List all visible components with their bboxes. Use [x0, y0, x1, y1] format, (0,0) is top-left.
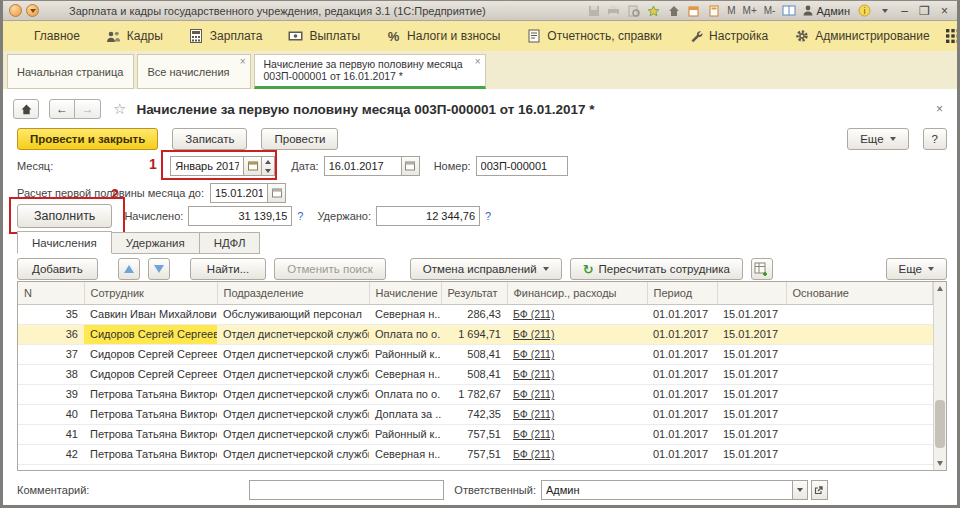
back-button[interactable]: ← — [49, 99, 75, 119]
month-input[interactable] — [170, 156, 244, 176]
vertical-scrollbar[interactable] — [933, 282, 946, 470]
table-row[interactable]: 42Петрова Татьяна ВикторовнаОтдел диспет… — [18, 444, 933, 464]
column-header[interactable]: Период — [647, 282, 717, 304]
column-header[interactable] — [717, 282, 786, 304]
tab-home-page[interactable]: Начальная страница — [7, 54, 134, 89]
tab-close-icon[interactable]: × — [475, 57, 481, 67]
tab-accrual-document[interactable]: Начисление за первую половину месяца 003… — [254, 54, 486, 89]
financing-link[interactable]: БФ (211) — [513, 308, 554, 320]
menu-item-zarplata[interactable]: Зарплата — [176, 21, 276, 51]
all-functions-grid-icon[interactable] — [943, 26, 960, 46]
add-row-button[interactable]: Добавить — [17, 258, 98, 280]
info-dropdown-icon[interactable] — [876, 3, 893, 18]
column-header[interactable]: Подразделение — [217, 282, 369, 304]
table-row[interactable]: 36Сидоров Сергей СергеевичОтдел диспетче… — [18, 324, 933, 344]
responsible-dropdown-icon[interactable] — [793, 480, 808, 500]
table-row[interactable]: 39Петрова Татьяна ВикторовнаОтдел диспет… — [18, 384, 933, 404]
tab-ndfl[interactable]: НДФЛ — [200, 232, 261, 254]
tab-close-icon[interactable]: × — [240, 57, 246, 67]
calendar-icon[interactable] — [685, 3, 702, 18]
financing-link[interactable]: БФ (211) — [513, 348, 554, 360]
menu-item-kadry[interactable]: Кадры — [93, 21, 176, 51]
close-window-button[interactable]: × — [936, 3, 953, 18]
menu-item-administrirovanie[interactable]: Администрирование — [781, 21, 942, 51]
close-form-icon[interactable]: × — [936, 102, 949, 116]
financing-link[interactable]: БФ (211) — [513, 328, 554, 340]
print-preview-icon[interactable] — [625, 3, 642, 18]
find-button[interactable]: Найти... — [190, 258, 266, 280]
table-row[interactable]: 41Петрова Татьяна ВикторовнаОтдел диспет… — [18, 424, 933, 444]
recalc-employee-button[interactable]: ↻Пересчитать сотрудника — [570, 258, 743, 280]
maximize-button[interactable]: ❐ — [916, 3, 933, 18]
scrollbar-thumb[interactable] — [935, 400, 945, 448]
column-header[interactable]: N — [18, 282, 84, 304]
calculator-tool-icon[interactable] — [705, 3, 722, 18]
forward-button[interactable]: → — [75, 99, 101, 119]
minimize-button[interactable]: – — [896, 3, 913, 18]
menu-item-nalogi[interactable]: % Налоги и взносы — [373, 21, 513, 51]
table-row[interactable]: 40Петрова Татьяна ВикторовнаОтдел диспет… — [18, 404, 933, 424]
move-up-button[interactable] — [118, 258, 140, 280]
table-row[interactable]: 37Сидоров Сергей СергеевичОтдел диспетче… — [18, 344, 933, 364]
help-button[interactable]: ? — [923, 128, 947, 150]
column-header[interactable]: Начисление — [369, 282, 441, 304]
fill-button[interactable]: Заполнить — [17, 204, 112, 228]
scroll-up-icon[interactable] — [934, 282, 946, 295]
withheld-input[interactable] — [376, 206, 480, 226]
financing-link[interactable]: БФ (211) — [513, 388, 554, 400]
month-spinner[interactable] — [262, 156, 275, 176]
column-header[interactable]: Финансир., расходы — [507, 282, 647, 304]
financing-link[interactable]: БФ (211) — [513, 428, 554, 440]
column-header[interactable]: Основание — [786, 282, 933, 304]
app-menu-dropdown-icon[interactable] — [26, 4, 39, 17]
menu-item-vyplaty[interactable]: Выплаты — [275, 21, 373, 51]
menu-item-nastroyka[interactable]: Настройка — [675, 21, 781, 51]
split-window-icon[interactable] — [780, 3, 797, 18]
responsible-open-link-icon[interactable] — [811, 480, 828, 500]
scroll-down-icon[interactable] — [934, 457, 946, 470]
memory-m-button[interactable]: M — [725, 5, 737, 16]
save-button[interactable]: Записать — [172, 128, 247, 150]
financing-link[interactable]: БФ (211) — [513, 448, 554, 460]
add-favorite-icon[interactable] — [645, 3, 662, 18]
financing-link[interactable]: БФ (211) — [513, 368, 554, 380]
menu-item-otchetnost[interactable]: Отчетность, справки — [513, 21, 675, 51]
post-and-close-button[interactable]: Провести и закрыть — [17, 128, 158, 150]
menu-item-glavnoe[interactable]: Главное — [21, 21, 93, 51]
column-header[interactable]: Результат — [441, 282, 507, 304]
post-button[interactable]: Провести — [261, 128, 338, 150]
tab-accruals[interactable]: Начисления — [17, 231, 112, 254]
accrued-input[interactable] — [188, 206, 292, 226]
undo-fixes-button[interactable]: Отмена исправлений — [410, 258, 562, 280]
favorite-star-icon[interactable]: ☆ — [113, 100, 126, 118]
tab-all-accruals[interactable]: Все начисления × — [137, 54, 250, 89]
home-nav-button[interactable] — [13, 99, 39, 119]
comment-input[interactable] — [249, 480, 444, 500]
move-down-button[interactable] — [148, 258, 170, 280]
memory-mminus-button[interactable]: M- — [762, 5, 778, 16]
add-table-icon-button[interactable] — [751, 258, 773, 280]
print-icon[interactable] — [605, 3, 622, 18]
tab-deductions[interactable]: Удержания — [112, 232, 200, 254]
calc-until-input[interactable] — [210, 183, 268, 203]
month-calendar-icon[interactable] — [244, 156, 262, 176]
financing-link[interactable]: БФ (211) — [513, 408, 554, 420]
column-header[interactable]: Сотрудник — [84, 282, 217, 304]
calc-until-calendar-icon[interactable] — [268, 183, 286, 203]
save-icon[interactable] — [585, 3, 602, 18]
number-input[interactable] — [476, 156, 568, 176]
withheld-help-link[interactable]: ? — [485, 210, 491, 222]
date-input[interactable] — [324, 156, 402, 176]
info-icon[interactable]: i — [856, 3, 873, 18]
responsible-input[interactable] — [541, 480, 793, 500]
date-calendar-icon[interactable] — [402, 156, 420, 176]
cancel-search-button[interactable]: Отменить поиск — [274, 258, 386, 280]
table-row[interactable]: 35Савкин Иван МихайловичОбслуживающий пе… — [18, 304, 933, 324]
accrued-help-link[interactable]: ? — [297, 210, 303, 222]
current-user[interactable]: Админ — [800, 5, 853, 17]
more-button[interactable]: Еще — [847, 128, 908, 150]
table-row[interactable]: 38Сидоров Сергей СергеевичОтдел диспетче… — [18, 364, 933, 384]
grid-more-button[interactable]: Еще — [886, 258, 947, 280]
memory-mplus-button[interactable]: M+ — [741, 5, 759, 16]
home-icon[interactable] — [665, 3, 682, 18]
